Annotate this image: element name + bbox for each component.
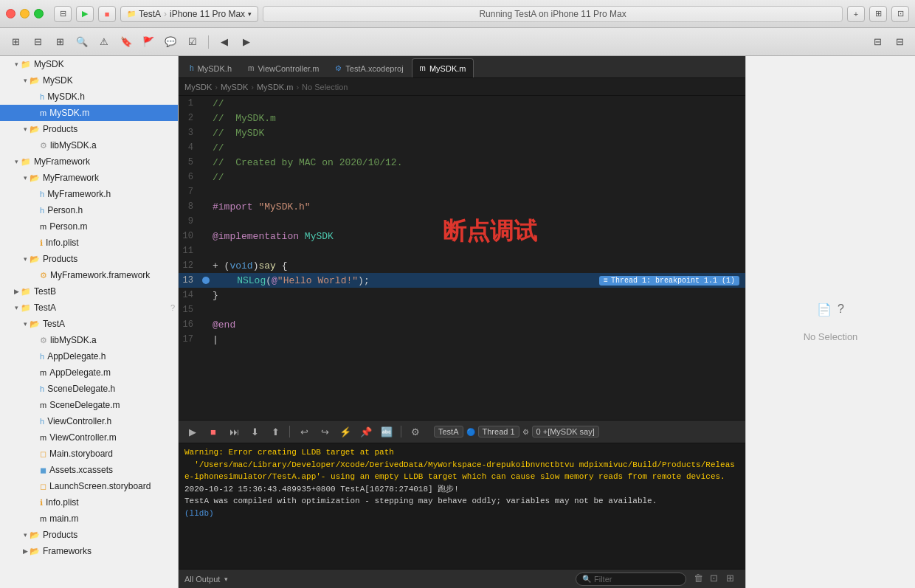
back-button[interactable]: ◀ xyxy=(215,34,234,50)
sidebar-item-person-h[interactable]: h Person.h xyxy=(0,202,178,218)
tab-mysdk-h[interactable]: h MySDK.h xyxy=(182,58,240,77)
run-button[interactable]: ▶ xyxy=(76,6,94,22)
sidebar-item-products-2[interactable]: ▾ 📂 Products xyxy=(0,251,178,267)
step-out-button[interactable]: ⬆ xyxy=(267,423,283,440)
sidebar-item-testb-group[interactable]: ▶ 📁 TestB xyxy=(0,283,178,300)
code-line-2: 2 // MySDK.m xyxy=(179,111,745,125)
stop-button[interactable]: ■ xyxy=(98,6,116,22)
console-line-2: 2020-10-12 15:36:43.489935+0800 TestA[16… xyxy=(184,483,739,496)
chevron-down-icon: ▾ xyxy=(21,77,30,84)
h-file-icon: h xyxy=(40,384,44,393)
sidebar-item-assets[interactable]: ◼ Assets.xcassets xyxy=(0,462,178,478)
bookmark-button[interactable]: 🔖 xyxy=(117,34,136,50)
debug-toolbar: ▶ ■ ⏭ ⬇ ⬆ ↩ ↪ ⚡ 📌 🔤 ⚙ TestA 🔵 xyxy=(179,420,745,443)
search-button[interactable]: 🔍 xyxy=(72,34,92,50)
console: Warning: Error creating LLDB target at p… xyxy=(179,443,745,569)
sidebar-item-appdelegate-m[interactable]: m AppDelegate.m xyxy=(0,364,178,381)
lock-console-button[interactable]: ⊞ xyxy=(726,573,739,586)
assets-file-icon: ◼ xyxy=(40,466,46,475)
memory-button[interactable]: ⚡ xyxy=(337,423,353,440)
separator: › xyxy=(164,9,167,19)
console-filter[interactable]: 🔍 Filter xyxy=(576,573,686,586)
comment-button[interactable]: 💬 xyxy=(161,34,180,50)
sidebar-item-person-m[interactable]: m Person.m xyxy=(0,218,178,235)
collapse-button[interactable]: ⊟ xyxy=(28,34,47,50)
plist-file-icon: ℹ xyxy=(40,498,43,508)
sidebar-item-launchscreen[interactable]: ◻ LaunchScreen.storyboard xyxy=(0,478,178,494)
todo-button[interactable]: ☑ xyxy=(183,34,202,50)
m-file-icon: m xyxy=(40,222,46,231)
no-selection-label: No Selection xyxy=(804,331,858,342)
panel-button[interactable]: ⊡ xyxy=(891,6,909,22)
h-file-icon: h xyxy=(40,206,44,215)
sidebar-item-viewcontroller-h[interactable]: h ViewController.h xyxy=(0,413,178,429)
sidebar: ▾ 📁 MySDK ▾ 📂 MySDK h MySDK.h m MySDK.m … xyxy=(0,56,179,588)
sidebar-item-scenedelegate-m[interactable]: m SceneDelegate.m xyxy=(0,397,178,413)
add-tab-button[interactable]: + xyxy=(847,6,865,22)
sidebar-item-main-storyboard[interactable]: ◻ Main.storyboard xyxy=(0,446,178,462)
sidebar-item-testa-group[interactable]: ▾ 📁 TestA ? xyxy=(0,300,178,316)
sidebar-toggle-button[interactable]: ⊟ xyxy=(54,6,72,22)
continue-button[interactable]: ▶ xyxy=(184,423,201,440)
chevron-down-icon: ▾ xyxy=(12,304,21,311)
split-v-button[interactable]: ⊟ xyxy=(890,34,909,50)
file-inspector-button[interactable]: 📄 xyxy=(817,302,832,317)
sidebar-item-libmysdk[interactable]: ⚙ libMySDK.a xyxy=(0,137,178,153)
sidebar-item-libmysdk-testa[interactable]: ⚙ libMySDK.a xyxy=(0,332,178,348)
breadcrumb-no-selection: No Selection xyxy=(302,83,348,91)
sidebar-item-myframework-group[interactable]: ▾ 📁 MyFramework xyxy=(0,153,178,170)
sidebar-item-mysdk-m[interactable]: m MySDK.m xyxy=(0,105,178,121)
view-debug-button[interactable]: ⚙ xyxy=(407,423,424,440)
sidebar-item-scenedelegate-h[interactable]: h SceneDelegate.h xyxy=(0,381,178,397)
sidebar-item-main-m[interactable]: m main.m xyxy=(0,511,178,527)
sidebar-item-myframework-folder[interactable]: ▾ 📂 MyFramework xyxy=(0,170,178,186)
sidebar-item-mysdk-folder[interactable]: ▾ 📂 MySDK xyxy=(0,72,178,89)
storyboard-file-icon: ◻ xyxy=(40,482,46,491)
sidebar-item-myframework-h[interactable]: h MyFramework.h xyxy=(0,186,178,202)
code-editor[interactable]: 1 // 2 // MySDK.m 3 // MySDK xyxy=(179,96,745,420)
minimize-button[interactable] xyxy=(20,9,30,18)
tab-viewcontroller-m[interactable]: m ViewController.m xyxy=(240,58,327,77)
sanitizer-button[interactable]: 🔤 xyxy=(379,423,395,440)
inspector-toolbar: 📄 ? xyxy=(817,302,844,317)
sidebar-item-info-plist-fw[interactable]: ℹ Info.plist xyxy=(0,235,178,251)
tab-bar: h MySDK.h m ViewController.m ⚙ TestA.xco… xyxy=(179,56,745,78)
warning-button[interactable]: ⚠ xyxy=(94,34,114,50)
sidebar-item-appdelegate-h[interactable]: h AppDelegate.h xyxy=(0,348,178,364)
breadcrumb-mysdk-m[interactable]: MySDK.m xyxy=(257,83,294,91)
breadcrumb-mysdk1[interactable]: MySDK xyxy=(184,83,212,91)
breadcrumb-mysdk2[interactable]: MySDK xyxy=(221,83,248,91)
step-over-button[interactable]: ⏭ xyxy=(226,423,242,440)
tab-testa-xcodeproj[interactable]: ⚙ TestA.xcodeproj xyxy=(327,58,411,77)
sidebar-item-testa-folder[interactable]: ▾ 📂 TestA xyxy=(0,316,178,332)
layout-button[interactable]: ⊞ xyxy=(869,6,887,22)
sidebar-item-viewcontroller-m[interactable]: m ViewController.m xyxy=(0,429,178,446)
sidebar-item-products-1[interactable]: ▾ 📂 Products xyxy=(0,121,178,137)
flag-button[interactable]: 🚩 xyxy=(139,34,158,50)
sidebar-item-mysdk-group[interactable]: ▾ 📁 MySDK xyxy=(0,56,178,72)
sidebar-item-myframework-fw[interactable]: ⚙ MyFramework.framework xyxy=(0,267,178,283)
split-h-button[interactable]: ⊟ xyxy=(868,34,887,50)
breakpoint-dot[interactable] xyxy=(202,277,210,284)
forward-button[interactable]: ▶ xyxy=(237,34,256,50)
lib-file-icon: ⚙ xyxy=(40,336,47,345)
fullscreen-button[interactable] xyxy=(34,9,44,18)
runtime-button[interactable]: 📌 xyxy=(358,423,374,440)
sidebar-item-products-testa[interactable]: ▾ 📂 Products xyxy=(0,527,178,543)
stop-debug-button[interactable]: ■ xyxy=(205,423,221,440)
sidebar-item-mysdk-h[interactable]: h MySDK.h xyxy=(0,89,178,105)
simulate-button[interactable]: ↪ xyxy=(317,423,333,440)
clear-console-button[interactable]: 🗑 xyxy=(694,573,707,586)
hierarchy-button[interactable]: ⊞ xyxy=(6,34,25,50)
group-button[interactable]: ⊞ xyxy=(50,34,69,50)
scheme-selector[interactable]: 📁 TestA › iPhone 11 Pro Max ▾ xyxy=(120,6,258,22)
tab-mysdk-m[interactable]: m MySDK.m xyxy=(412,58,474,77)
debug-toggle-button[interactable]: ↩ xyxy=(296,423,312,440)
split-console-button[interactable]: ⊡ xyxy=(710,573,723,586)
close-button[interactable] xyxy=(6,9,15,18)
sidebar-item-info-plist[interactable]: ℹ Info.plist xyxy=(0,494,178,511)
step-into-button[interactable]: ⬇ xyxy=(246,423,263,440)
quick-help-button[interactable]: ? xyxy=(838,302,844,317)
sidebar-item-frameworks[interactable]: ▶ 📂 Frameworks xyxy=(0,543,178,559)
folder-icon: 📁 xyxy=(21,157,31,167)
